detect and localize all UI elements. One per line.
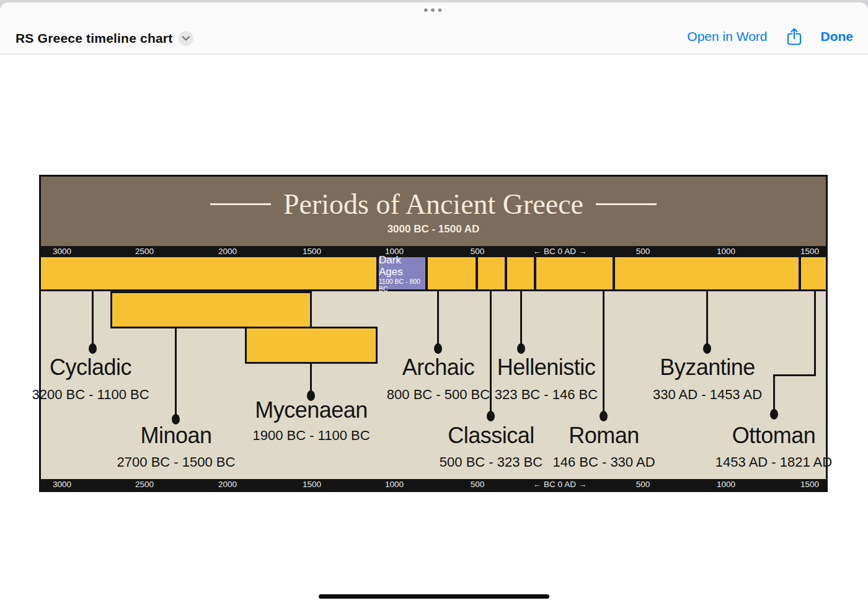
minoan-leader [175, 327, 177, 418]
classical-dot [487, 411, 495, 421]
top-tick: 500 [636, 247, 650, 257]
top-tick: 500 [471, 247, 485, 257]
cycladic-dot [89, 343, 97, 354]
period-range: 800 BC - 500 BC [387, 387, 490, 403]
byzantine-dot [703, 343, 711, 354]
mycenaean-bar [245, 327, 378, 364]
period-name: Hellenistic [497, 354, 596, 381]
cycladic-leader [92, 291, 94, 346]
ottoman-leader-v1 [814, 291, 816, 376]
share-icon[interactable] [786, 27, 802, 46]
segment-archaic [428, 257, 476, 289]
period-range: 146 BC - 330 AD [552, 454, 655, 470]
bottom-tick-bc-ad: ← BC 0 AD → [533, 480, 587, 490]
dark-ages-label: Dark Ages [379, 254, 425, 278]
period-name: Mycenaean [255, 397, 368, 423]
segment-hellenistic [507, 257, 534, 289]
bottom-tick: 1000 [385, 480, 404, 490]
period-name: Ottoman [732, 423, 816, 449]
chart-title: Periods of Ancient Greece [283, 188, 583, 221]
period-name: Byzantine [660, 354, 755, 381]
period-range: 1900 BC - 1100 BC [252, 428, 370, 444]
top-tick: 1000 [717, 247, 735, 257]
period-name: Minoan [140, 423, 211, 449]
top-tick: 1500 [800, 247, 819, 257]
chart-header: Periods of Ancient Greece 3000 BC - 1500… [41, 177, 826, 246]
archaic-leader [437, 291, 439, 346]
segment-cycladic [41, 257, 376, 289]
segment-dark-ages: Dark Ages 1100 BC - 800 BC [379, 257, 425, 289]
screen: ••• RS Greece timeline chart Open in Wor… [0, 0, 868, 603]
mycenaean-leader [310, 363, 312, 394]
title-right-dash [596, 203, 657, 205]
period-range: 330 AD - 1453 AD [653, 387, 762, 403]
segment-ottoman [801, 257, 826, 289]
roman-leader [603, 291, 604, 415]
top-tick: 3000 [53, 247, 71, 257]
chevron-down-icon [182, 36, 190, 41]
classical-leader [490, 291, 492, 415]
roman-dot [600, 411, 608, 421]
period-name: Classical [448, 423, 534, 449]
bottom-tick: 2500 [135, 480, 154, 490]
bottom-tick: 500 [471, 480, 485, 490]
chart-subtitle: 3000 BC - 1500 AD [388, 223, 480, 235]
ottoman-dot [770, 409, 778, 420]
ottoman-leader-h [773, 374, 816, 376]
title-left-dash [210, 203, 271, 205]
period-range: 3200 BC - 1100 BC [32, 387, 149, 403]
done-button[interactable]: Done [821, 29, 854, 44]
bottom-tick: 1500 [800, 480, 819, 490]
home-indicator[interactable] [319, 594, 549, 599]
open-in-word-button[interactable]: Open in Word [687, 29, 767, 44]
period-name: Roman [569, 423, 639, 449]
period-name: Archaic [402, 354, 475, 381]
sheet-grabber-icon[interactable]: ••• [0, 4, 868, 16]
top-tick: 2500 [135, 247, 154, 257]
period-range: 1453 AD - 1821 AD [715, 454, 832, 470]
bottom-tick: 1500 [303, 480, 321, 490]
bottom-scale-bar: 3000 2500 2000 1500 1000 500 ← BC 0 AD →… [41, 479, 826, 490]
dark-ages-range: 1100 BC - 800 BC [379, 278, 425, 293]
archaic-dot [434, 343, 442, 354]
preview-sheet: ••• RS Greece timeline chart Open in Wor… [0, 2, 868, 603]
bottom-tick: 500 [636, 480, 650, 490]
main-timeline-bar: Dark Ages 1100 BC - 800 BC [41, 257, 826, 291]
top-tick: 1500 [303, 247, 321, 257]
period-range: 323 BC - 146 BC [495, 387, 598, 403]
minoan-bar [110, 291, 312, 328]
document-title: RS Greece timeline chart [16, 31, 172, 46]
segment-classical [478, 257, 505, 289]
period-name: Cycladic [50, 354, 131, 381]
toolbar: ••• RS Greece timeline chart Open in Wor… [0, 2, 868, 55]
hellenistic-leader [520, 291, 522, 346]
top-scale-bar: 3000 2500 2000 1500 1000 500 ← BC 0 AD →… [41, 246, 826, 257]
period-range: 500 BC - 323 BC [440, 454, 542, 470]
timeline-chart[interactable]: Periods of Ancient Greece 3000 BC - 1500… [39, 175, 828, 492]
bottom-tick: 3000 [53, 480, 71, 490]
segment-byzantine [615, 257, 799, 289]
bottom-tick: 2000 [218, 480, 237, 490]
top-tick-bc-ad: ← BC 0 AD → [533, 247, 587, 257]
segment-roman [536, 257, 613, 289]
byzantine-leader [706, 291, 708, 346]
title-menu-button[interactable] [179, 31, 193, 46]
top-tick: 2000 [218, 247, 237, 257]
ottoman-leader-v2 [773, 374, 775, 413]
hellenistic-dot [517, 343, 525, 354]
bottom-tick: 1000 [717, 480, 735, 490]
period-range: 2700 BC - 1500 BC [117, 454, 236, 470]
